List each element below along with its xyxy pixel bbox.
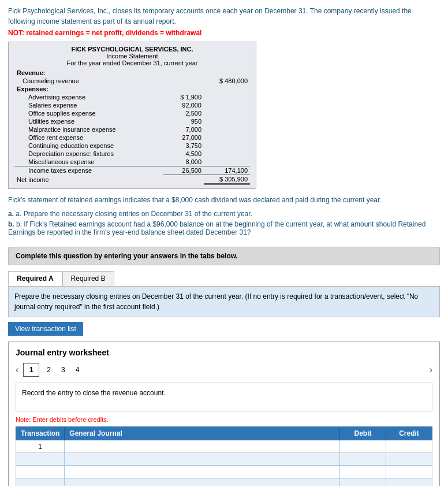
exp-amt-1: 92,000 [163,101,204,109]
exp-label-8: Miscellaneous expense [14,158,163,166]
row-2-debit[interactable] [340,453,386,466]
col-transaction: Transaction [16,427,65,440]
row-3-num [16,466,65,478]
row-2-debit-input[interactable] [340,453,386,465]
exp-amt-9: 26,500 [163,166,204,175]
view-transaction-list-button[interactable]: View transaction list [8,322,83,336]
question-b: b. b. If Fick's Retained earnings accoun… [8,220,440,236]
revenue-label: Revenue: [17,69,46,76]
row-2-credit[interactable] [386,453,432,466]
journal-entry-worksheet: Journal entry worksheet ‹ 1 2 3 4 › Reco… [8,342,440,486]
tab-required-a[interactable]: Required A [8,271,62,286]
exp-amt-7: 4,500 [163,150,204,158]
page-2-button[interactable]: 2 [44,365,54,375]
income-statement-box: FICK PSYCHOLOGICAL SERVICES, INC. Income… [8,42,256,189]
row-3-debit[interactable] [340,466,386,478]
table-row [16,478,432,487]
row-2-journal-input[interactable] [65,453,339,465]
row-4-journal[interactable] [65,478,340,487]
net-income-label: Net income [14,175,163,184]
row-3-journal-input[interactable] [65,466,339,478]
row-4-credit[interactable] [386,478,432,487]
ficks-text: Fick's statement of retained earnings in… [8,195,440,205]
exp-amt-4: 7,000 [163,125,204,133]
row-3-journal[interactable] [65,466,340,478]
page-4-button[interactable]: 4 [73,365,83,375]
next-page-arrow[interactable]: › [430,365,432,375]
exp-total: 174,100 [204,166,250,175]
is-period: For the year ended December 31, current … [14,60,250,66]
col-general-journal: General Journal [65,427,340,440]
row-4-credit-input[interactable] [386,478,432,486]
journal-note: Note: Enter debits before credits. [16,416,432,423]
row-3-debit-input[interactable] [340,466,386,478]
net-income-amount: $ 305,900 [204,175,250,184]
journal-title: Journal entry worksheet [16,348,432,357]
counseling-amount: $ 480,000 [204,77,250,85]
exp-label-1: Salaries expense [14,101,163,109]
is-title: Income Statement [14,53,250,60]
table-row [16,453,432,466]
col-credit: Credit [386,427,432,440]
exp-amt-5: 27,000 [163,133,204,142]
exp-label-3: Utilities expense [14,117,163,125]
row-1-debit-input[interactable] [340,440,386,452]
table-row [16,466,432,478]
is-table: Revenue: Counseling revenue $ 480,000 Ex… [14,69,250,185]
row-4-debit[interactable] [340,478,386,487]
exp-amt-0: $ 1,900 [163,93,204,101]
complete-text: Complete this question by entering your … [16,252,238,260]
journal-nav-row: ‹ 1 2 3 4 › [16,363,432,377]
row-2-num [16,453,65,466]
exp-label-5: Office rent expense [14,133,163,142]
row-1-credit[interactable] [386,440,432,453]
tab-instruction-text: Prepare the necessary closing entries on… [14,292,418,311]
intro-text: Fick Psychological Services, Inc., close… [8,6,440,27]
company-name: FICK PSYCHOLOGICAL SERVICES, INC. [14,46,250,53]
exp-label-7: Depreciation expense: fixtures [14,150,163,158]
exp-amt-3: 950 [163,117,204,125]
tab-content-required-a: Prepare the necessary closing entries on… [8,286,440,317]
tabs-row: Required A Required B [8,271,440,286]
not-note: NOT: retained earnings = net profit, div… [8,29,440,37]
complete-box: Complete this question by entering your … [8,247,440,265]
exp-label-9: Income taxes expense [14,166,163,175]
row-3-credit-input[interactable] [386,466,432,478]
exp-label-6: Continuing education expense [14,142,163,150]
page-1-button[interactable]: 1 [23,363,39,377]
row-4-debit-input[interactable] [340,478,386,486]
row-2-credit-input[interactable] [386,453,432,465]
prev-page-arrow[interactable]: ‹ [16,365,18,375]
tab-required-b[interactable]: Required B [62,271,114,286]
row-4-num [16,478,65,487]
exp-label-4: Malpractice insurance expense [14,125,163,133]
page-3-button[interactable]: 3 [58,365,68,375]
row-3-credit[interactable] [386,466,432,478]
row-1-journal[interactable] [65,440,340,453]
exp-amt-2: 2,500 [163,109,204,117]
row-1-credit-input[interactable] [386,440,432,452]
row-1-journal-input[interactable] [65,440,339,452]
counseling-label: Counseling revenue [14,77,163,85]
row-1-debit[interactable] [340,440,386,453]
question-a: a. a. Prepare the necessary closing entr… [8,210,440,218]
expenses-label: Expenses: [17,86,48,92]
table-row: 1 [16,440,432,453]
journal-table: Transaction General Journal Debit Credit… [16,426,432,486]
row-4-journal-input[interactable] [65,478,339,486]
journal-instruction-box: Record the entry to close the revenue ac… [16,383,432,411]
row-1-num: 1 [16,440,65,453]
col-debit: Debit [340,427,386,440]
exp-label-2: Office supplies expense [14,109,163,117]
row-2-journal[interactable] [65,453,340,466]
exp-amt-6: 3,750 [163,142,204,150]
exp-label-0: Advertising expense [14,93,163,101]
journal-instruction-text: Record the entry to close the revenue ac… [22,389,166,397]
exp-amt-8: 8,000 [163,158,204,166]
